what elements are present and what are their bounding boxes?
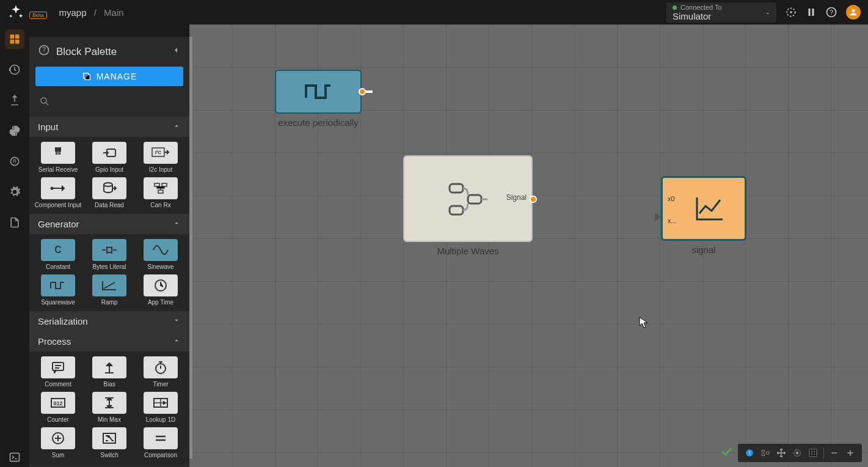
- output-port[interactable]: [359, 88, 366, 95]
- chevron-down-icon: [764, 10, 771, 17]
- top-bar: Beta myapp / Main Connected To Simulator…: [0, 0, 868, 24]
- palette-title: Block Palette: [56, 46, 117, 58]
- output-port-signal[interactable]: [530, 196, 537, 203]
- svg-rect-15: [55, 147, 61, 152]
- node-label: execute periodically: [275, 117, 362, 128]
- focus-icon[interactable]: [789, 446, 805, 460]
- help-icon[interactable]: ?: [825, 6, 837, 18]
- grid-toggle-icon[interactable]: [805, 446, 821, 460]
- zoom-in-icon[interactable]: [842, 446, 858, 460]
- manage-label: MANAGE: [97, 72, 137, 81]
- input-label-x1: x...: [668, 217, 677, 224]
- connection-selector[interactable]: Connected To Simulator: [666, 2, 776, 23]
- palette-item-switch[interactable]: Switch: [86, 427, 133, 459]
- palette-item-sum[interactable]: Sum: [34, 427, 82, 459]
- app-logo[interactable]: Beta: [7, 4, 47, 21]
- zoom-out-icon[interactable]: [826, 446, 842, 460]
- palette-item-lookup-1d[interactable]: Lookup 1D: [137, 392, 184, 424]
- palette-item-data-read[interactable]: Data Read: [86, 177, 133, 209]
- palette-item-i2c-input[interactable]: I²CI2c Input: [137, 142, 184, 174]
- palette-category-process[interactable]: Process: [29, 331, 189, 351]
- palette-search[interactable]: [35, 92, 183, 113]
- palette-item-ramp[interactable]: Ramp: [86, 274, 133, 306]
- manage-icon: [82, 72, 92, 81]
- palette-item-component-input[interactable]: Component Input: [34, 177, 82, 209]
- svg-rect-35: [450, 206, 463, 215]
- info-icon[interactable]: !: [742, 446, 757, 460]
- sidebar-rust-icon[interactable]: R: [5, 152, 24, 171]
- squarewave-icon: [304, 79, 333, 104]
- input-port-arrow[interactable]: [655, 213, 662, 221]
- palette-category-input[interactable]: Input: [29, 117, 189, 137]
- breadcrumb-app[interactable]: myapp: [59, 7, 87, 18]
- node-label: Multiple Waves: [403, 246, 533, 256]
- svg-rect-23: [158, 190, 163, 193]
- subgraph-icon: [443, 180, 492, 217]
- breadcrumb-current[interactable]: Main: [104, 7, 124, 18]
- connection-label: Connected To: [680, 4, 722, 11]
- palette-category-generator[interactable]: Generator: [29, 214, 189, 234]
- svg-rect-38: [762, 450, 765, 452]
- help-circle-icon[interactable]: ?: [38, 44, 50, 59]
- svg-point-1: [790, 11, 792, 13]
- svg-rect-4: [10, 35, 15, 39]
- search-icon: [39, 96, 50, 107]
- palette-item-gpio-input[interactable]: Gpio Input: [86, 142, 133, 174]
- svg-point-14: [41, 98, 46, 103]
- palette-item-timer[interactable]: Timer: [137, 356, 184, 388]
- target-icon[interactable]: [785, 6, 797, 18]
- sidebar-terminal-icon[interactable]: [5, 447, 24, 467]
- palette-item-serial-receive[interactable]: Serial Receive: [34, 142, 82, 174]
- chart-icon: [695, 195, 725, 222]
- palette-item-counter[interactable]: 012Counter: [34, 392, 82, 424]
- left-sidebar: R: [0, 24, 29, 467]
- svg-rect-10: [10, 453, 20, 461]
- node-multiple-waves[interactable]: Signal Multiple Waves: [403, 155, 533, 256]
- palette-item-app-time[interactable]: App Time: [137, 274, 184, 306]
- sidebar-file-icon[interactable]: [5, 213, 24, 232]
- palette-item-min-max[interactable]: Min Max: [86, 392, 133, 424]
- user-avatar[interactable]: [846, 5, 861, 20]
- sidebar-history-icon[interactable]: [5, 60, 24, 79]
- sidebar-upload-icon[interactable]: [5, 90, 24, 110]
- connection-status-dot: [673, 6, 677, 10]
- move-icon[interactable]: [773, 446, 789, 460]
- palette-item-bytes-literal[interactable]: Bytes Literal: [86, 239, 133, 271]
- manage-button[interactable]: MANAGE: [35, 67, 183, 86]
- svg-point-41: [796, 452, 798, 454]
- node-execute-periodically[interactable]: execute periodically: [275, 70, 362, 128]
- svg-rect-32: [103, 433, 115, 443]
- sidebar-blocks-icon[interactable]: [5, 29, 24, 49]
- svg-rect-22: [162, 183, 167, 186]
- connection-value: Simulator: [673, 11, 758, 21]
- svg-text:I²C: I²C: [155, 150, 162, 155]
- palette-item-constant[interactable]: CConstant: [34, 239, 82, 271]
- validation-check-icon: [720, 445, 734, 461]
- palette-item-can-rx[interactable]: Can Rx: [137, 177, 184, 209]
- palette-item-squarewave[interactable]: Squarewave: [34, 274, 82, 306]
- block-palette-panel: ? Block Palette MANAGE InputSerial Recei…: [29, 37, 189, 467]
- svg-rect-34: [468, 195, 481, 204]
- pause-icon[interactable]: [806, 7, 817, 18]
- node-label: signal: [661, 245, 746, 255]
- palette-item-sinewave[interactable]: Sinewave: [137, 239, 184, 271]
- collapse-panel-icon[interactable]: [171, 45, 181, 58]
- panel-resize-handle[interactable]: [189, 37, 192, 458]
- svg-rect-7: [15, 40, 20, 44]
- palette-item-comparison[interactable]: Comparison: [137, 427, 184, 459]
- svg-text:?: ?: [830, 9, 833, 16]
- svg-text:C: C: [54, 245, 62, 255]
- svg-rect-40: [766, 452, 769, 454]
- port-label: Signal: [506, 193, 527, 202]
- node-signal[interactable]: x0 x... signal: [661, 176, 746, 255]
- sidebar-settings-icon[interactable]: [5, 182, 24, 202]
- flow-canvas[interactable]: execute periodically Signal Multiple Wav…: [189, 24, 868, 467]
- palette-category-serialization[interactable]: Serialization: [29, 311, 189, 331]
- svg-rect-26: [53, 362, 64, 370]
- palette-item-comment[interactable]: Comment: [34, 356, 82, 388]
- layout-icon[interactable]: [757, 446, 773, 460]
- svg-rect-21: [155, 183, 159, 186]
- breadcrumb-sep: /: [94, 7, 97, 18]
- palette-item-bias[interactable]: Bias: [86, 356, 133, 388]
- sidebar-python-icon[interactable]: [5, 121, 24, 141]
